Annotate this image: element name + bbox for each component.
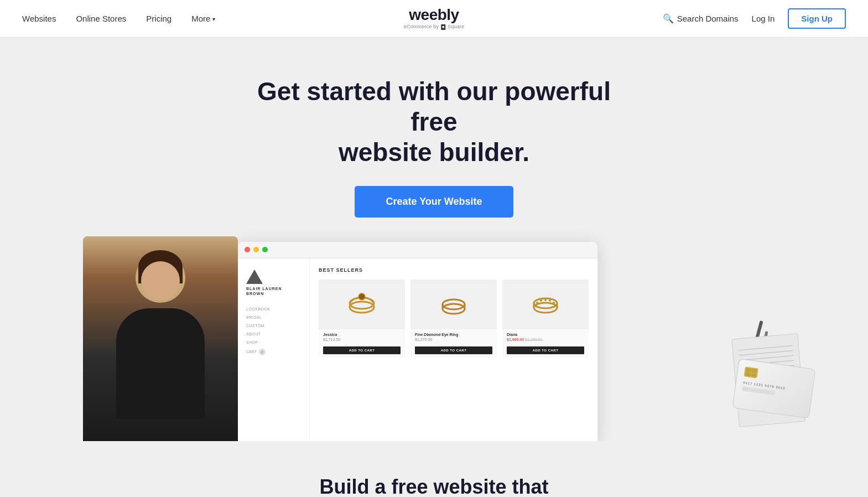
- create-website-button[interactable]: Create Your Website: [355, 186, 513, 218]
- mockup-section-title: BEST SELLERS: [319, 267, 589, 273]
- right-illustration: 4417 1231 5678 9010 ~~~: [713, 264, 824, 430]
- sidebar-nav-custom: CUSTOM: [246, 324, 301, 328]
- person-face: [83, 236, 238, 441]
- nav-link-more[interactable]: More ▾: [191, 14, 215, 23]
- product-info-diamond: Fine Diamond Eye Ring $1,275.00 ADD TO C…: [410, 329, 497, 358]
- navbar: Websites Online Stores Pricing More ▾ we…: [0, 0, 868, 38]
- nav-link-pricing[interactable]: Pricing: [146, 14, 171, 23]
- hero-person-image: [83, 236, 238, 441]
- ring-diana-svg: [529, 288, 562, 321]
- svg-point-2: [358, 293, 365, 300]
- ring-jessica-svg: [345, 288, 378, 321]
- person-head: [136, 253, 185, 303]
- login-link[interactable]: Log In: [752, 14, 775, 23]
- website-mockup: BLAIR LAUREN BROWN LOOKBOOK BRIDAL CUSTO…: [238, 242, 597, 441]
- add-to-cart-jessica[interactable]: ADD TO CART: [323, 346, 401, 354]
- product-price-diamond: $1,275.00: [415, 338, 492, 341]
- bottom-headline: Build a free website that grows with you…: [22, 474, 846, 497]
- product-info-jessica: Jessica $1,712.50 ADD TO CART: [319, 329, 405, 358]
- svg-point-11: [536, 302, 538, 304]
- product-image-diana: [502, 279, 589, 329]
- mockup-main-content: BEST SELLERS: [310, 258, 597, 441]
- person-skin: [141, 261, 180, 300]
- bottom-section: Build a free website that grows with you…: [0, 441, 868, 497]
- product-price-sale-diana: $1,900.00: [507, 338, 524, 341]
- logo-sub: eCommerce by ■ Square: [404, 24, 465, 30]
- cart-badge: 2: [259, 349, 266, 355]
- product-price-jessica: $1,712.50: [323, 338, 401, 341]
- square-icon: ■: [441, 24, 445, 30]
- svg-point-14: [549, 299, 551, 302]
- notebook-line: [739, 345, 793, 351]
- logo[interactable]: weebly eCommerce by ■ Square: [404, 7, 465, 30]
- product-card-jessica: Jessica $1,712.50 ADD TO CART: [319, 279, 405, 358]
- window-dot-red: [245, 247, 250, 252]
- hero-headline: Get started with our powerful free websi…: [241, 76, 628, 168]
- logo-text: weebly: [409, 7, 459, 23]
- product-card-diamond: Fine Diamond Eye Ring $1,275.00 ADD TO C…: [410, 279, 497, 358]
- product-image-diamond: [410, 279, 497, 329]
- hero-section: Get started with our powerful free websi…: [0, 38, 868, 441]
- nav-link-websites[interactable]: Websites: [22, 14, 56, 23]
- mockup-body: BLAIR LAUREN BROWN LOOKBOOK BRIDAL CUSTO…: [238, 258, 597, 441]
- sidebar-triangle-logo: [246, 270, 263, 284]
- sidebar-cart: CART 2: [246, 349, 301, 355]
- product-name-diana: Diana: [507, 333, 584, 336]
- product-price-orig-diana: $2,299.00: [525, 338, 542, 341]
- search-icon: 🔍: [663, 13, 674, 24]
- window-dot-yellow: [253, 247, 259, 252]
- notebook-line: [739, 350, 793, 355]
- svg-point-13: [544, 299, 547, 301]
- product-image-jessica: [319, 279, 405, 329]
- sidebar-nav-lookbook: LOOKBOOK: [246, 307, 301, 311]
- sidebar-brand-name: BLAIR LAUREN BROWN: [246, 286, 301, 296]
- sidebar-nav-shop: SHOP: [246, 340, 301, 344]
- chevron-down-icon: ▾: [212, 16, 215, 22]
- add-to-cart-diana[interactable]: ADD TO CART: [507, 346, 584, 354]
- window-dot-green: [262, 247, 268, 252]
- add-to-cart-diamond[interactable]: ADD TO CART: [415, 346, 492, 354]
- products-grid: Jessica $1,712.50 ADD TO CART: [319, 279, 589, 358]
- nav-link-online-stores[interactable]: Online Stores: [76, 14, 126, 23]
- sidebar-nav-bridal: BRIDAL: [246, 315, 301, 319]
- ring-diamond-svg: [437, 288, 470, 321]
- nav-left: Websites Online Stores Pricing More ▾: [22, 14, 215, 23]
- svg-point-12: [540, 299, 542, 302]
- sidebar-logo: BLAIR LAUREN BROWN: [246, 270, 301, 296]
- mockup-titlebar: [238, 242, 597, 258]
- mockup-sidebar: BLAIR LAUREN BROWN LOOKBOOK BRIDAL CUSTO…: [238, 258, 310, 441]
- search-domains-button[interactable]: 🔍 Search Domains: [663, 13, 739, 24]
- signup-button[interactable]: Sign Up: [788, 8, 846, 29]
- person-body: [116, 308, 205, 419]
- nav-right: 🔍 Search Domains Log In Sign Up: [663, 8, 846, 29]
- sidebar-nav-about: ABOUT: [246, 332, 301, 336]
- credit-card-icon: 4417 1231 5678 9010 ~~~: [732, 358, 815, 418]
- chip-icon: [744, 366, 758, 378]
- product-name-jessica: Jessica: [323, 333, 401, 336]
- svg-point-15: [553, 302, 555, 304]
- product-card-diana: Diana $1,900.00 $2,299.00 ADD TO CART: [502, 279, 589, 358]
- product-info-diana: Diana $1,900.00 $2,299.00 ADD TO CART: [502, 329, 589, 358]
- hero-visuals: BLAIR LAUREN BROWN LOOKBOOK BRIDAL CUSTO…: [0, 231, 868, 441]
- product-name-diamond: Fine Diamond Eye Ring: [415, 333, 492, 336]
- product-price-diana: $1,900.00 $2,299.00: [507, 338, 584, 341]
